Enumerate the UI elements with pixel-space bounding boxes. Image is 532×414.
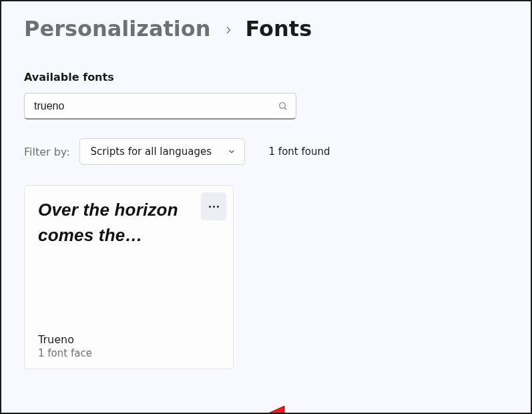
svg-marker-2	[255, 406, 426, 414]
chevron-right-icon	[223, 22, 234, 39]
breadcrumb: Personalization Fonts	[24, 16, 508, 41]
more-options-button[interactable]	[201, 192, 226, 220]
search-input[interactable]	[24, 93, 296, 120]
section-heading: Available fonts	[24, 71, 508, 83]
filter-select[interactable]: Scripts for all languages	[79, 138, 245, 165]
annotation-arrow-icon	[255, 403, 429, 414]
filter-selected-value: Scripts for all languages	[91, 146, 212, 158]
svg-point-0	[280, 103, 286, 109]
results-count: 1 font found	[269, 146, 330, 158]
search-field-wrap	[24, 93, 296, 120]
chevron-down-icon	[227, 147, 236, 156]
breadcrumb-current: Fonts	[246, 16, 312, 41]
more-horizontal-icon	[209, 206, 219, 208]
font-preview-text: Over the horizon comes the…	[38, 198, 220, 248]
breadcrumb-parent[interactable]: Personalization	[24, 16, 211, 41]
font-card[interactable]: Over the horizon comes the… Trueno 1 fon…	[24, 185, 234, 369]
filter-row: Filter by: Scripts for all languages 1 f…	[24, 138, 508, 165]
svg-line-1	[284, 108, 286, 110]
font-faces-count: 1 font face	[38, 347, 220, 359]
font-name: Trueno	[38, 333, 220, 346]
filter-label: Filter by:	[24, 146, 70, 158]
search-icon	[278, 101, 288, 112]
